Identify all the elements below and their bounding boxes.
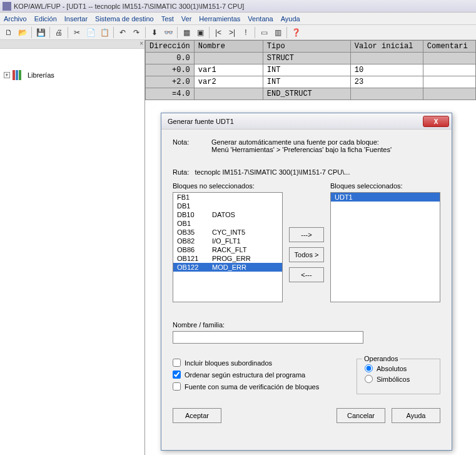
cancelar-button[interactable]: Cancelar	[337, 408, 385, 423]
right-listbox[interactable]: UDT1	[330, 192, 440, 302]
ayuda-button[interactable]: Ayuda	[392, 408, 440, 423]
app-icon	[3, 2, 11, 11]
detail-icon[interactable]: ▥	[271, 26, 284, 39]
list-item[interactable]: DB10DATOS	[173, 210, 282, 219]
left-listbox[interactable]: FB1 DB1 DB10DATOS OB1 OB35CYC_INT5 OB82I…	[173, 192, 283, 302]
chk-fuente[interactable]: Fuente con suma de verificación de bloqu…	[173, 382, 338, 391]
th-direccion: Dirección	[146, 41, 195, 53]
struct-table: Dirección Nombre Tipo Valor inicial Come…	[145, 40, 476, 100]
move-left-button[interactable]: <---	[289, 267, 324, 282]
list-item[interactable]: OB35CYC_INT5	[173, 228, 282, 237]
window-titlebar: KOP/AWL/FUP - [UDT1 -- tecnoplc IM151-7\…	[0, 0, 476, 13]
menu-insertar[interactable]: Insertar	[64, 15, 88, 23]
overview-icon[interactable]: ▭	[258, 26, 270, 39]
menu-test[interactable]: Test	[161, 15, 174, 23]
menu-sistema[interactable]: Sistema de destino	[95, 15, 154, 23]
list-item[interactable]: OB1	[173, 219, 282, 228]
operandos-group: Operandos Absolutos Simbólicos	[357, 359, 440, 394]
menu-ayuda[interactable]: Ayuda	[281, 15, 300, 23]
ruta-value: tecnoplc IM151-7\SIMATIC 300(1)\IM151-7 …	[195, 168, 350, 176]
library-icon	[13, 70, 25, 80]
list-item[interactable]: OB82I/O_FLT1	[173, 237, 282, 245]
nota-text: Generar automáticamente una fuente por c…	[211, 138, 392, 153]
block-lib-icon[interactable]: ▦	[180, 26, 193, 39]
dialog-title: Generar fuente UDT1	[168, 118, 234, 125]
tree-item-librerias[interactable]: + Librerías	[4, 70, 141, 80]
ruta-row: Ruta: tecnoplc IM151-7\SIMATIC 300(1)\IM…	[173, 168, 440, 176]
th-nombre: Nombre	[194, 41, 263, 53]
table-row[interactable]: =4.0 END_STRUCT	[146, 88, 476, 100]
chk-incluir[interactable]: Incluir bloques subordinados	[173, 359, 338, 367]
menubar: Archivo Edición Insertar Sistema de dest…	[0, 13, 476, 25]
cut-icon[interactable]: ✂	[71, 26, 83, 39]
nombre-label: Nombre / familia:	[173, 321, 440, 329]
operandos-legend: Operandos	[362, 355, 400, 362]
no-filter-icon[interactable]: !	[240, 26, 252, 39]
undo-icon[interactable]: ↶	[116, 26, 129, 39]
prev-error-icon[interactable]: |<	[212, 26, 225, 39]
th-tipo: Tipo	[263, 41, 350, 53]
toolbar: 🗋 📂 💾 🖨 ✂ 📄 📋 ↶ ↷ ⬇ 👓 ▦ ▣ |< >| ! ▭ ▥ ❓	[0, 25, 476, 40]
nota-label: Nota:	[173, 138, 199, 153]
menu-ventana[interactable]: Ventana	[248, 15, 273, 23]
goto-icon[interactable]: ▣	[194, 26, 206, 39]
dialog-generar-fuente: Generar fuente UDT1 X Nota: Generar auto…	[161, 113, 452, 451]
sidebar-header: ×	[0, 40, 144, 49]
right-list-label: Bloques seleccionados:	[330, 182, 440, 190]
close-icon[interactable]: X	[423, 116, 449, 127]
menu-edicion[interactable]: Edición	[34, 15, 57, 23]
menu-ver[interactable]: Ver	[181, 15, 192, 23]
expand-icon[interactable]: +	[4, 72, 10, 78]
radio-absolutos[interactable]: Absolutos	[365, 364, 432, 372]
left-list-label: Bloques no seleccionados:	[173, 182, 283, 190]
new-icon[interactable]: 🗋	[3, 26, 15, 39]
open-icon[interactable]: 📂	[16, 26, 29, 39]
list-item[interactable]: OB122MOD_ERR	[173, 263, 282, 272]
table-row[interactable]: +2.0 var2 INT 23	[146, 76, 476, 88]
window-title: KOP/AWL/FUP - [UDT1 -- tecnoplc IM151-7\…	[14, 3, 244, 10]
dialog-titlebar[interactable]: Generar fuente UDT1 X	[161, 113, 452, 130]
sidebar: × + Librerías	[0, 40, 145, 455]
print-icon[interactable]: 🖨	[53, 26, 65, 39]
copy-icon[interactable]: 📄	[84, 26, 97, 39]
th-comentario: Comentari	[423, 41, 475, 53]
radio-simbolicos[interactable]: Simbólicos	[365, 375, 432, 383]
ruta-label: Ruta:	[173, 168, 189, 176]
th-valor: Valor inicial	[350, 41, 423, 53]
paste-icon[interactable]: 📋	[98, 26, 111, 39]
table-row[interactable]: 0.0 STRUCT	[146, 53, 476, 64]
menu-herramientas[interactable]: Herramientas	[199, 15, 240, 23]
menu-archivo[interactable]: Archivo	[4, 15, 27, 23]
move-all-button[interactable]: Todos >	[289, 247, 324, 262]
move-right-button[interactable]: --->	[289, 227, 324, 242]
redo-icon[interactable]: ↷	[130, 26, 143, 39]
tree-label: Librerías	[28, 71, 54, 79]
list-item[interactable]: OB86RACK_FLT	[173, 245, 282, 254]
nombre-input[interactable]	[173, 331, 363, 344]
aceptar-button[interactable]: Aceptar	[173, 408, 221, 423]
save-icon[interactable]: 💾	[34, 26, 47, 39]
download-icon[interactable]: ⬇	[148, 26, 161, 39]
monitor-icon[interactable]: 👓	[162, 26, 175, 39]
next-error-icon[interactable]: >|	[226, 26, 238, 39]
help-icon[interactable]: ❓	[290, 26, 302, 39]
list-item[interactable]: DB1	[173, 202, 282, 210]
list-item[interactable]: OB121PROG_ERR	[173, 254, 282, 263]
sidebar-close-icon[interactable]: ×	[139, 40, 143, 47]
list-item[interactable]: UDT1	[331, 193, 440, 202]
chk-ordenar[interactable]: Ordenar según estructura del programa	[173, 371, 338, 379]
list-item[interactable]: FB1	[173, 193, 282, 202]
table-row[interactable]: +0.0 var1 INT 10	[146, 64, 476, 76]
